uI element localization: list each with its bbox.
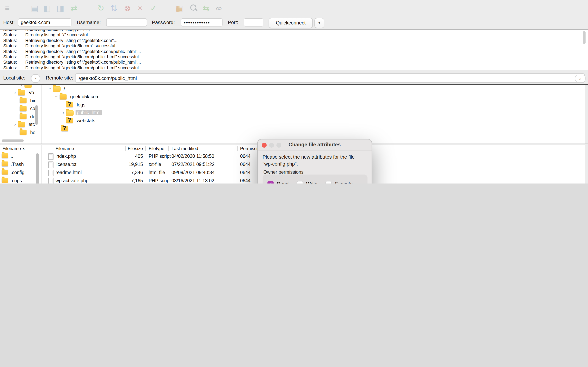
directory-comparison-icon[interactable]: ∞ — [214, 3, 224, 13]
log-line-type: Status: — [0, 60, 25, 65]
folder-icon — [20, 130, 26, 135]
site-path-row: Local site: › Remote site: › — [0, 72, 588, 84]
remote-tree-item[interactable]: / — [42, 85, 585, 93]
local-file-row[interactable]: .. — [0, 152, 41, 160]
chevron-right-icon[interactable] — [19, 85, 25, 87]
quickconnect-button[interactable]: Quickconnect — [269, 18, 313, 28]
local-site-dropdown[interactable]: › — [31, 74, 40, 83]
local-tree-item[interactable]: Vo — [0, 89, 41, 97]
remote-site-input[interactable] — [75, 73, 585, 83]
local-treeview-toggle-icon[interactable]: ◧ — [42, 3, 52, 13]
refresh-icon[interactable]: ↻ — [95, 3, 106, 13]
log-scrollbar[interactable] — [583, 31, 586, 44]
remote-site-dropdown-button[interactable]: › — [575, 75, 586, 82]
disconnect-icon[interactable]: × — [135, 3, 145, 13]
owner-permissions-label: Owner permissions — [263, 170, 303, 175]
file-type: PHP script — [149, 178, 171, 184]
local-tree-item[interactable]: co — [0, 105, 41, 113]
owner-permissions-group: Read Write Execute — [263, 175, 367, 184]
column-separator[interactable] — [237, 146, 238, 151]
chevron-icon[interactable] — [54, 94, 60, 99]
local-tree-item[interactable]: ho — [0, 128, 41, 136]
transfer-queue-toggle-icon[interactable]: ⇄ — [69, 3, 79, 13]
log-line: Status:Retrieving directory listing of "… — [0, 49, 588, 54]
owner-execute-checkbox[interactable] — [326, 181, 332, 184]
file-permissions: 0644 — [240, 178, 251, 184]
message-log-toggle-icon[interactable]: ▤ — [29, 3, 40, 13]
message-log: Status:Retrieving directory listing of "… — [0, 29, 588, 70]
folder-icon — [66, 110, 73, 115]
remote-tree-item[interactable]: geekto5k.com — [42, 93, 585, 101]
filename-column-header[interactable]: Filename — [56, 146, 74, 151]
local-file-row[interactable]: .cups — [0, 176, 41, 184]
remote-tree-item[interactable]: webstats — [42, 117, 585, 125]
password-label: Password: — [152, 20, 175, 25]
log-line-type: Status: — [0, 65, 25, 70]
permissions-column-header[interactable]: Permissi — [240, 146, 257, 151]
local-tree-horizontal-scrollbar[interactable] — [2, 140, 24, 142]
port-label: Port: — [228, 20, 238, 25]
password-input[interactable] — [181, 18, 223, 26]
chevron-right-icon[interactable] — [12, 122, 18, 127]
remote-treeview-toggle-icon[interactable]: ◨ — [55, 3, 66, 13]
remote-tree-item[interactable] — [42, 125, 585, 133]
last-modified-column-header[interactable]: Last modified — [172, 146, 198, 151]
remote-tree-item[interactable]: logs — [42, 101, 585, 109]
file-permissions: 0644 — [240, 169, 251, 175]
log-line: Status:Retrieving directory listing of "… — [0, 29, 588, 33]
local-tree-item[interactable]: bin — [0, 97, 41, 105]
local-file-row[interactable]: .config — [0, 168, 41, 176]
local-directory-tree: Vo bin co de — [0, 85, 41, 143]
filezilla-window: ≡ ▤ ◧ ◨ ⇄ ↻ ⇅ ⊗ × ✓ ▦ ⇆ ∞ Host: — [0, 0, 588, 184]
column-separator[interactable] — [145, 146, 146, 151]
file-size: 7,346 — [99, 169, 143, 175]
directory-listing-filters-icon[interactable]: ▦ — [174, 3, 185, 13]
local-tree-item[interactable]: etc — [0, 120, 41, 128]
local-filename-column-header[interactable]: Filename ∧ — [2, 146, 25, 152]
process-queue-icon[interactable]: ⇅ — [109, 3, 119, 13]
file-name: license.txt — [56, 161, 76, 167]
remote-tree-item[interactable]: public_html — [42, 109, 585, 117]
filetype-column-header[interactable]: Filetype — [149, 146, 164, 151]
local-list-header: Filename ∧ — [0, 145, 41, 152]
chevron-right-icon[interactable] — [12, 90, 18, 95]
quickconnect-dropdown-button[interactable]: ▾ — [314, 18, 324, 28]
column-separator[interactable] — [168, 146, 169, 151]
log-line: Status:Retrieving directory listing of "… — [0, 60, 588, 65]
tree-item-label: ho — [29, 130, 37, 135]
chevron-icon[interactable] — [47, 86, 53, 91]
dialog-titlebar[interactable]: Change file attributes — [258, 140, 372, 150]
log-line: Status:Directory listing of "/geekto5k.c… — [0, 65, 588, 70]
filesize-column-header[interactable]: Filesize — [99, 146, 143, 151]
username-input[interactable] — [106, 18, 147, 26]
log-line-text: Retrieving directory listing of "/geekto… — [25, 38, 117, 43]
chevron-icon[interactable] — [61, 110, 66, 115]
log-line-type: Status: — [0, 54, 25, 60]
local-tree-vertical-scrollbar[interactable] — [35, 105, 38, 125]
host-label: Host: — [3, 20, 15, 25]
local-tree-item[interactable]: de — [0, 113, 41, 120]
local-site-label: Local site: — [3, 75, 25, 81]
owner-read-checkbox[interactable] — [268, 181, 274, 184]
log-line-text: Retrieving directory listing of "/geekto… — [25, 60, 141, 65]
host-input[interactable] — [18, 18, 71, 26]
reconnect-icon[interactable]: ✓ — [148, 3, 159, 13]
tree-item-label: logs — [76, 102, 86, 108]
local-tree-item[interactable] — [0, 85, 41, 89]
port-input[interactable] — [244, 18, 263, 26]
file-search-icon[interactable] — [188, 3, 199, 13]
folder-icon — [20, 114, 26, 119]
local-list-vertical-scrollbar[interactable] — [36, 153, 39, 184]
log-line-text: Directory listing of "/geekto5k.com/publ… — [25, 65, 139, 70]
dialog-intro-line1: Please select the new attributes for the… — [263, 154, 355, 160]
local-file-list: .. .Trash .config .cups .kindle — [0, 152, 41, 184]
site-manager-icon[interactable]: ≡ — [2, 3, 13, 13]
local-file-row[interactable]: .Trash — [0, 160, 41, 168]
file-permissions: 0644 — [240, 153, 251, 159]
log-line-type: Status: — [0, 38, 25, 43]
pane-vertical-divider[interactable] — [41, 72, 41, 184]
file-size: 19,915 — [99, 161, 143, 167]
owner-write-checkbox[interactable] — [297, 181, 303, 184]
cancel-operation-icon[interactable]: ⊗ — [122, 3, 133, 13]
synchronized-browsing-icon[interactable]: ⇆ — [201, 3, 212, 13]
